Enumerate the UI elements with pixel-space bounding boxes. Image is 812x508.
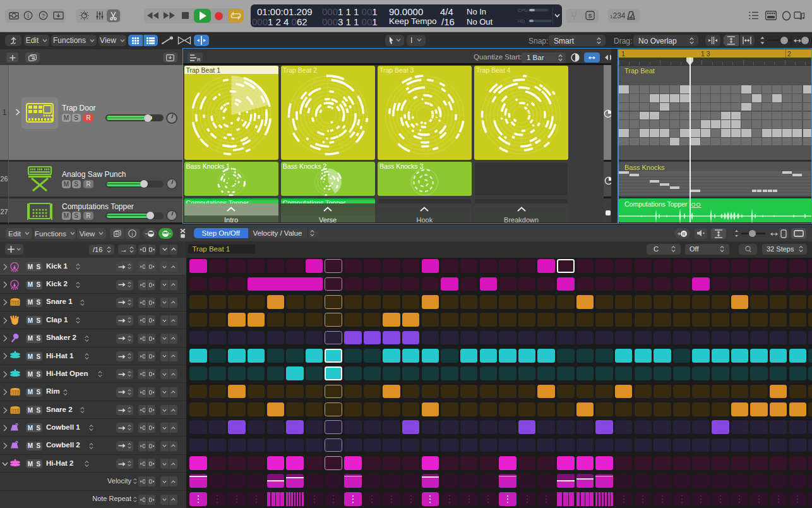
svg-text:R: R	[682, 231, 686, 236]
svg-text:i: i	[131, 231, 133, 237]
svg-text:S: S	[588, 13, 592, 19]
svg-text:R: R	[197, 56, 200, 61]
svg-text:i: i	[27, 13, 29, 19]
svg-text:?: ?	[42, 13, 45, 19]
